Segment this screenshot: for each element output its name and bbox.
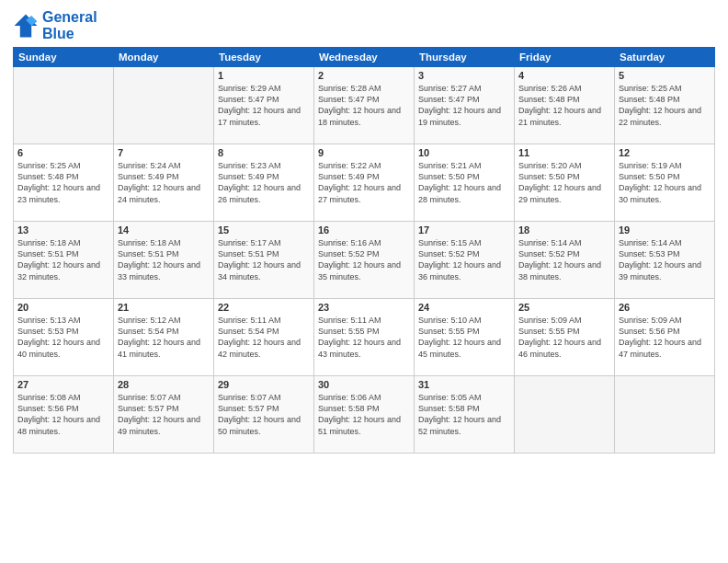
day-number: 5	[619, 70, 711, 81]
page: General Blue SundayMondayTuesdayWednesda…	[0, 0, 728, 563]
calendar-week-2: 6Sunrise: 5:25 AM Sunset: 5:48 PM Daylig…	[14, 144, 715, 222]
day-number: 22	[218, 302, 310, 313]
day-info: Sunrise: 5:09 AM Sunset: 5:56 PM Dayligh…	[619, 315, 711, 360]
calendar-cell: 11Sunrise: 5:20 AM Sunset: 5:50 PM Dayli…	[515, 144, 615, 222]
weekday-header-row: SundayMondayTuesdayWednesdayThursdayFrid…	[14, 48, 715, 67]
calendar-cell: 18Sunrise: 5:14 AM Sunset: 5:52 PM Dayli…	[515, 222, 615, 299]
weekday-header-thursday: Thursday	[415, 48, 515, 67]
day-info: Sunrise: 5:10 AM Sunset: 5:55 PM Dayligh…	[418, 315, 510, 360]
day-info: Sunrise: 5:11 AM Sunset: 5:55 PM Dayligh…	[318, 315, 410, 360]
day-number: 4	[518, 70, 610, 81]
day-info: Sunrise: 5:14 AM Sunset: 5:52 PM Dayligh…	[518, 237, 610, 282]
weekday-header-tuesday: Tuesday	[214, 48, 314, 67]
logo-icon	[13, 13, 39, 39]
calendar-week-3: 13Sunrise: 5:18 AM Sunset: 5:51 PM Dayli…	[14, 222, 715, 299]
day-number: 21	[118, 302, 210, 313]
logo-text: General Blue	[42, 9, 97, 41]
calendar-cell	[615, 376, 715, 454]
calendar-week-1: 1Sunrise: 5:29 AM Sunset: 5:47 PM Daylig…	[14, 67, 715, 144]
calendar-cell: 21Sunrise: 5:12 AM Sunset: 5:54 PM Dayli…	[114, 299, 214, 376]
day-number: 1	[218, 70, 310, 81]
day-number: 19	[619, 224, 711, 236]
day-number: 3	[418, 70, 510, 81]
day-info: Sunrise: 5:25 AM Sunset: 5:48 PM Dayligh…	[619, 83, 711, 128]
day-info: Sunrise: 5:07 AM Sunset: 5:57 PM Dayligh…	[218, 392, 310, 437]
day-info: Sunrise: 5:26 AM Sunset: 5:48 PM Dayligh…	[518, 83, 610, 128]
calendar-cell: 5Sunrise: 5:25 AM Sunset: 5:48 PM Daylig…	[615, 67, 715, 144]
day-info: Sunrise: 5:29 AM Sunset: 5:47 PM Dayligh…	[218, 83, 310, 128]
weekday-header-wednesday: Wednesday	[314, 48, 415, 67]
day-number: 30	[318, 379, 410, 390]
day-info: Sunrise: 5:15 AM Sunset: 5:52 PM Dayligh…	[418, 237, 510, 282]
calendar-cell: 22Sunrise: 5:11 AM Sunset: 5:54 PM Dayli…	[214, 299, 314, 376]
calendar-cell: 20Sunrise: 5:13 AM Sunset: 5:53 PM Dayli…	[14, 299, 114, 376]
day-number: 13	[17, 224, 109, 236]
header: General Blue	[13, 9, 715, 41]
day-number: 23	[318, 302, 410, 313]
day-info: Sunrise: 5:20 AM Sunset: 5:50 PM Dayligh…	[518, 160, 610, 205]
day-info: Sunrise: 5:27 AM Sunset: 5:47 PM Dayligh…	[418, 83, 510, 128]
logo: General Blue	[13, 9, 97, 41]
calendar-cell: 12Sunrise: 5:19 AM Sunset: 5:50 PM Dayli…	[615, 144, 715, 222]
weekday-header-saturday: Saturday	[615, 48, 715, 67]
calendar-cell: 24Sunrise: 5:10 AM Sunset: 5:55 PM Dayli…	[415, 299, 515, 376]
day-info: Sunrise: 5:22 AM Sunset: 5:49 PM Dayligh…	[318, 160, 410, 205]
calendar-cell: 9Sunrise: 5:22 AM Sunset: 5:49 PM Daylig…	[314, 144, 415, 222]
day-info: Sunrise: 5:25 AM Sunset: 5:48 PM Dayligh…	[17, 160, 109, 205]
calendar-cell	[114, 67, 214, 144]
calendar-cell: 15Sunrise: 5:17 AM Sunset: 5:51 PM Dayli…	[214, 222, 314, 299]
day-info: Sunrise: 5:28 AM Sunset: 5:47 PM Dayligh…	[318, 83, 410, 128]
day-number: 11	[518, 147, 610, 158]
day-number: 28	[118, 379, 210, 390]
calendar-cell: 30Sunrise: 5:06 AM Sunset: 5:58 PM Dayli…	[314, 376, 415, 454]
day-number: 8	[218, 147, 310, 158]
weekday-header-monday: Monday	[114, 48, 214, 67]
day-info: Sunrise: 5:24 AM Sunset: 5:49 PM Dayligh…	[118, 160, 210, 205]
calendar-cell: 3Sunrise: 5:27 AM Sunset: 5:47 PM Daylig…	[415, 67, 515, 144]
day-number: 7	[118, 147, 210, 158]
calendar-cell: 26Sunrise: 5:09 AM Sunset: 5:56 PM Dayli…	[615, 299, 715, 376]
day-info: Sunrise: 5:19 AM Sunset: 5:50 PM Dayligh…	[619, 160, 711, 205]
day-info: Sunrise: 5:07 AM Sunset: 5:57 PM Dayligh…	[118, 392, 210, 437]
calendar-cell: 25Sunrise: 5:09 AM Sunset: 5:55 PM Dayli…	[515, 299, 615, 376]
svg-marker-0	[15, 14, 38, 37]
day-info: Sunrise: 5:09 AM Sunset: 5:55 PM Dayligh…	[518, 315, 610, 360]
weekday-header-friday: Friday	[515, 48, 615, 67]
calendar-cell: 13Sunrise: 5:18 AM Sunset: 5:51 PM Dayli…	[14, 222, 114, 299]
day-info: Sunrise: 5:18 AM Sunset: 5:51 PM Dayligh…	[118, 237, 210, 282]
day-info: Sunrise: 5:21 AM Sunset: 5:50 PM Dayligh…	[418, 160, 510, 205]
day-info: Sunrise: 5:08 AM Sunset: 5:56 PM Dayligh…	[17, 392, 109, 437]
calendar-cell: 28Sunrise: 5:07 AM Sunset: 5:57 PM Dayli…	[114, 376, 214, 454]
day-info: Sunrise: 5:14 AM Sunset: 5:53 PM Dayligh…	[619, 237, 711, 282]
calendar-cell: 14Sunrise: 5:18 AM Sunset: 5:51 PM Dayli…	[114, 222, 214, 299]
calendar-week-4: 20Sunrise: 5:13 AM Sunset: 5:53 PM Dayli…	[14, 299, 715, 376]
day-number: 31	[418, 379, 510, 390]
day-info: Sunrise: 5:23 AM Sunset: 5:49 PM Dayligh…	[218, 160, 310, 205]
day-info: Sunrise: 5:11 AM Sunset: 5:54 PM Dayligh…	[218, 315, 310, 360]
day-info: Sunrise: 5:17 AM Sunset: 5:51 PM Dayligh…	[218, 237, 310, 282]
calendar-table: SundayMondayTuesdayWednesdayThursdayFrid…	[13, 47, 715, 454]
day-info: Sunrise: 5:06 AM Sunset: 5:58 PM Dayligh…	[318, 392, 410, 437]
day-number: 29	[218, 379, 310, 390]
day-info: Sunrise: 5:12 AM Sunset: 5:54 PM Dayligh…	[118, 315, 210, 360]
day-number: 20	[17, 302, 109, 313]
day-number: 26	[619, 302, 711, 313]
calendar-cell: 7Sunrise: 5:24 AM Sunset: 5:49 PM Daylig…	[114, 144, 214, 222]
day-info: Sunrise: 5:13 AM Sunset: 5:53 PM Dayligh…	[17, 315, 109, 360]
day-number: 14	[118, 224, 210, 236]
calendar-cell	[515, 376, 615, 454]
day-number: 10	[418, 147, 510, 158]
day-info: Sunrise: 5:05 AM Sunset: 5:58 PM Dayligh…	[418, 392, 510, 437]
calendar-cell	[14, 67, 114, 144]
calendar-cell: 16Sunrise: 5:16 AM Sunset: 5:52 PM Dayli…	[314, 222, 415, 299]
calendar-cell: 8Sunrise: 5:23 AM Sunset: 5:49 PM Daylig…	[214, 144, 314, 222]
day-number: 6	[17, 147, 109, 158]
day-number: 25	[518, 302, 610, 313]
day-number: 15	[218, 224, 310, 236]
calendar-cell: 2Sunrise: 5:28 AM Sunset: 5:47 PM Daylig…	[314, 67, 415, 144]
calendar-cell: 29Sunrise: 5:07 AM Sunset: 5:57 PM Dayli…	[214, 376, 314, 454]
day-number: 16	[318, 224, 410, 236]
day-number: 17	[418, 224, 510, 236]
calendar-cell: 6Sunrise: 5:25 AM Sunset: 5:48 PM Daylig…	[14, 144, 114, 222]
calendar-cell: 4Sunrise: 5:26 AM Sunset: 5:48 PM Daylig…	[515, 67, 615, 144]
